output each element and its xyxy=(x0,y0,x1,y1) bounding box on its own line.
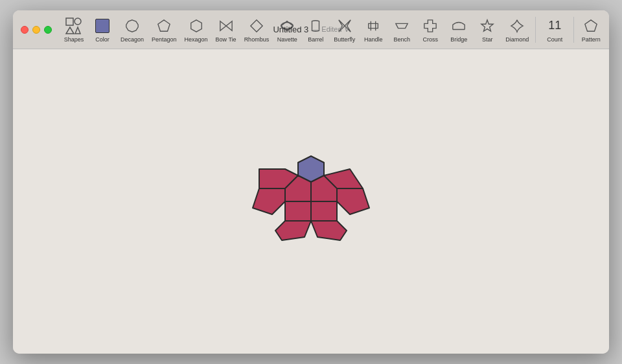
bowtie-icon xyxy=(217,17,235,35)
rhombus-icon xyxy=(248,17,266,35)
svg-rect-0 xyxy=(66,18,73,25)
window-edited: — Edited ∨ xyxy=(312,25,349,34)
canvas-area[interactable] xyxy=(13,49,609,354)
toolbar-item-star[interactable]: Star xyxy=(473,14,501,45)
toolbar-item-bridge[interactable]: Bridge xyxy=(444,14,473,45)
pattern-icon xyxy=(582,17,600,35)
color-icon xyxy=(93,17,111,35)
toolbar-item-diamond[interactable]: Diamond xyxy=(501,14,533,45)
hexagon-label: Hexagon xyxy=(185,36,208,43)
separator-1 xyxy=(535,17,536,43)
svg-marker-5 xyxy=(158,19,170,30)
shapes-label: Shapes xyxy=(64,36,84,43)
svg-marker-2 xyxy=(66,27,74,34)
svg-marker-19 xyxy=(481,19,493,30)
shapes-icon xyxy=(65,17,83,35)
butterfly-label: Butterfly xyxy=(334,36,355,43)
svg-marker-20 xyxy=(585,19,597,30)
bridge-label: Bridge xyxy=(450,36,467,43)
toolbar-item-bowtie[interactable]: Bow Tie xyxy=(212,14,240,45)
svg-marker-33 xyxy=(311,221,347,240)
svg-marker-17 xyxy=(424,19,436,31)
svg-marker-9 xyxy=(251,19,262,31)
bench-icon xyxy=(393,17,411,35)
titlebar: Untitled 3 — Edited ∨ Shapes xyxy=(13,10,609,49)
toolbar-item-lines[interactable]: Lines xyxy=(605,14,609,45)
svg-marker-3 xyxy=(75,27,80,34)
toolbar-item-rhombus[interactable]: Rhombus xyxy=(240,14,273,45)
handle-icon xyxy=(364,17,382,35)
decagon-icon xyxy=(123,17,141,35)
rhombus-label: Rhombus xyxy=(244,36,270,43)
pattern-label: Pattern xyxy=(582,36,601,43)
svg-marker-32 xyxy=(275,221,311,240)
navette-label: Navette xyxy=(277,36,297,43)
color-label: Color xyxy=(95,36,109,43)
svg-marker-29 xyxy=(337,188,369,214)
toolbar-item-decagon[interactable]: Decagon xyxy=(117,14,148,45)
bridge-icon xyxy=(450,17,468,35)
window-title-area: Untitled 3 — Edited ∨ xyxy=(273,25,349,34)
shape-composition xyxy=(207,124,415,279)
svg-marker-28 xyxy=(253,188,285,214)
cross-label: Cross xyxy=(422,36,438,43)
decagon-label: Decagon xyxy=(121,36,144,43)
svg-marker-7 xyxy=(220,21,225,30)
pentagon-icon xyxy=(155,17,173,35)
toolbar-item-pattern[interactable]: Pattern xyxy=(577,14,605,45)
star-icon xyxy=(478,17,496,35)
count-icon: 11 xyxy=(546,17,564,35)
star-label: Star xyxy=(482,36,493,43)
toolbar-item-color[interactable]: Color xyxy=(88,14,117,45)
bench-label: Bench xyxy=(393,36,410,43)
svg-marker-4 xyxy=(126,19,138,31)
svg-marker-6 xyxy=(190,19,202,31)
barrel-label: Barrel xyxy=(308,36,323,43)
svg-marker-16 xyxy=(396,23,408,28)
toolbar-item-handle[interactable]: Handle xyxy=(359,14,387,45)
toolbar-item-count[interactable]: 11 Count xyxy=(538,14,571,45)
bowtie-label: Bow Tie xyxy=(216,36,236,43)
count-value: 11 xyxy=(548,19,561,32)
app-window: Untitled 3 — Edited ∨ Shapes xyxy=(13,10,609,354)
toolbar-item-shapes[interactable]: Shapes xyxy=(60,14,88,45)
count-label: Count xyxy=(547,36,562,43)
maximize-button[interactable] xyxy=(44,26,52,34)
toolbar-item-pentagon[interactable]: Pentagon xyxy=(148,14,181,45)
minimize-button[interactable] xyxy=(32,26,40,34)
traffic-lights xyxy=(21,26,52,34)
diamond-icon xyxy=(508,17,526,35)
svg-marker-8 xyxy=(226,21,232,30)
close-button[interactable] xyxy=(21,26,29,34)
cross-icon xyxy=(421,17,439,35)
toolbar-item-cross[interactable]: Cross xyxy=(416,14,444,45)
hexagon-icon xyxy=(187,17,205,35)
pentagon-label: Pentagon xyxy=(152,36,177,43)
svg-point-1 xyxy=(75,18,81,25)
separator-2 xyxy=(573,17,574,43)
toolbar-item-hexagon[interactable]: Hexagon xyxy=(181,14,212,45)
color-swatch xyxy=(95,19,109,33)
diamond-label: Diamond xyxy=(505,36,529,43)
window-title: Untitled 3 xyxy=(273,25,308,34)
handle-label: Handle xyxy=(364,36,383,43)
toolbar-item-bench[interactable]: Bench xyxy=(387,14,416,45)
